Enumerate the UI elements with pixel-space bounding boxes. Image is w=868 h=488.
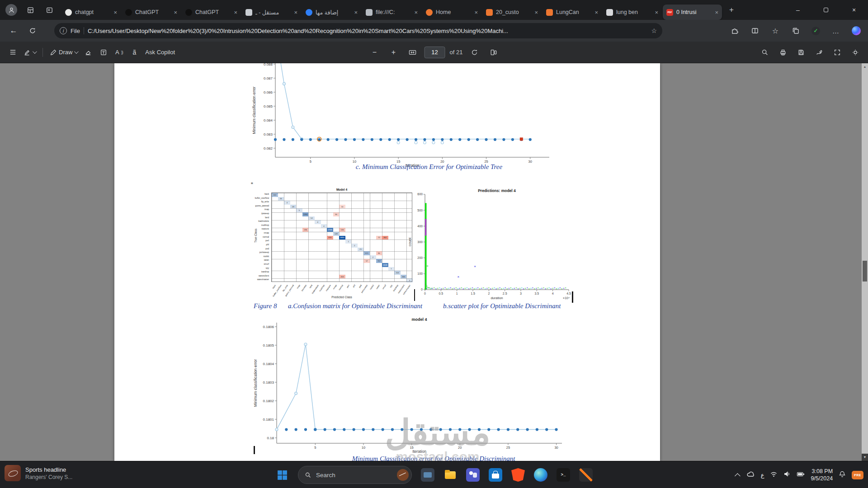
scroll-down-arrow[interactable]: ▼ [862,454,868,461]
minimize-button[interactable]: – [784,0,812,20]
taskbar-app-store[interactable] [489,468,502,482]
start-button[interactable] [275,468,289,482]
maximize-button[interactable] [812,0,840,20]
browser-tab[interactable]: إضافة مها× [302,5,361,20]
matrix-row-label: smurf [250,263,270,267]
collections-icon[interactable] [791,26,800,35]
notification-bell-icon[interactable] [839,470,846,479]
taskbar-app-terminal[interactable]: >_ [557,468,570,482]
split-screen-icon[interactable] [750,26,760,35]
fullscreen-button[interactable] [830,45,844,60]
page-number-input[interactable] [425,47,445,58]
translate-button[interactable]: ã [127,45,142,60]
discriminant-error-chart: 0.180.18010.18020.18030.18040.18050.1806… [250,316,566,461]
browser-tab[interactable]: ChatGPT× [122,5,181,20]
toc-menu-icon[interactable] [5,45,20,60]
taskbar-app-pen-tool[interactable] [579,468,593,482]
wifi-icon[interactable] [770,471,778,479]
tab-close-icon[interactable]: × [474,9,478,16]
browser-tab[interactable]: LungCan× [542,5,602,20]
matrix-cell: 43 [290,205,297,209]
taskbar-app-brave[interactable] [511,468,525,482]
page-info-icon[interactable]: i [60,27,67,34]
back-button[interactable]: ← [7,26,20,35]
clock[interactable]: 3:08 PM 9/5/2024 [811,468,833,483]
matrix-row-label: guess_passwd [250,204,270,208]
svg-text:30: 30 [554,446,558,450]
zoom-in-button[interactable]: + [387,45,401,60]
battery-icon[interactable] [797,471,805,479]
pdf-toolbar: Draw A)) ã Ask Copilot − + of 21 [0,42,868,63]
browser-tab[interactable]: chatgpt× [61,5,121,20]
scroll-up-arrow[interactable]: ▲ [862,63,868,70]
zoom-out-button[interactable]: − [368,45,382,60]
tab-close-icon[interactable]: × [113,9,117,16]
favorite-star-icon[interactable]: ☆ [651,27,657,34]
highlighter-tool[interactable] [21,45,38,60]
matrix-cell: 962 [382,236,388,240]
add-text-tool[interactable] [96,45,111,60]
ask-copilot-button[interactable]: Ask Copilot [142,45,178,60]
print-button[interactable] [776,45,790,60]
address-field[interactable]: i File C:/Users/User/Desktop/New%20folde… [54,23,662,38]
svg-text:4: 4 [552,292,554,295]
refresh-button[interactable] [26,27,39,34]
browser-tab[interactable]: Home× [422,5,481,20]
matrix-cell: 196 [302,228,309,232]
new-tab-button[interactable]: + [725,3,738,17]
pdf-settings-button[interactable] [848,45,863,60]
profile-avatar[interactable] [5,4,17,16]
read-aloud-button[interactable]: A)) [112,45,126,60]
workspaces-icon[interactable] [24,4,36,16]
scrollbar-thumb[interactable] [863,261,867,282]
eraser-tool[interactable] [81,45,95,60]
browser-tab[interactable]: PDF0 Intrusi× [663,5,722,20]
search-placeholder: Search [316,472,335,479]
browser-tab[interactable]: مستقل - ـ× [242,5,301,20]
browser-essentials-icon[interactable]: ✓ [811,27,820,35]
vertical-tabs-icon[interactable] [43,4,55,16]
recording-badge[interactable]: PRE [852,471,863,479]
save-button[interactable] [794,45,808,60]
rotate-button[interactable] [467,45,481,60]
favorites-bar-icon[interactable]: ☆ [771,26,780,35]
search-document-button[interactable] [758,45,772,60]
signature-button[interactable] [812,45,826,60]
svg-text:×: × [565,286,566,289]
input-language-indicator[interactable]: ع [761,472,764,479]
browser-tab[interactable]: file:///C:× [362,5,421,20]
tab-close-icon[interactable]: × [294,9,297,16]
taskbar-app-edge[interactable] [534,468,547,482]
extensions-icon[interactable] [730,26,739,35]
url-text[interactable]: C:/Users/User/Desktop/New%20folder%20(3)… [88,28,647,34]
tab-close-icon[interactable]: × [174,9,177,16]
tab-close-icon[interactable]: × [655,9,658,16]
tab-close-icon[interactable]: × [354,9,358,16]
page-view-button[interactable] [486,45,500,60]
copilot-icon[interactable] [852,26,861,35]
taskbar-app-desktop[interactable] [421,468,434,482]
fit-to-width-button[interactable] [406,45,420,60]
hidden-icons-chevron[interactable] [735,473,741,479]
tab-close-icon[interactable]: × [594,9,598,16]
draw-tool[interactable]: Draw [47,45,80,60]
browser-tab[interactable]: lung ben× [603,5,662,20]
settings-more-icon[interactable]: … [831,26,840,35]
browser-tab[interactable]: 20_custo× [482,5,542,20]
browser-tab[interactable]: ChatGPT× [182,5,241,20]
tab-close-icon[interactable]: × [715,9,718,16]
onedrive-cloud-icon[interactable] [746,470,755,479]
taskbar-app-file-explorer[interactable] [443,468,457,482]
volume-icon[interactable] [783,471,791,479]
tab-close-icon[interactable]: × [414,9,418,16]
matrix-cell: 26 [278,197,284,201]
tab-close-icon[interactable]: × [534,9,538,16]
tab-close-icon[interactable]: × [234,9,237,16]
matrix-col-labels: backbuffer_overflowftp_writeguess_passwd… [271,283,412,301]
taskbar-app-teams[interactable] [466,468,480,482]
taskbar-search[interactable]: Search [298,466,412,484]
svg-text:model 4: model 4 [411,317,427,322]
close-window-button[interactable]: × [840,0,868,20]
svg-text:300: 300 [417,240,423,244]
widgets-button[interactable]: Sports headline Rangers' Corey S... [5,465,72,481]
